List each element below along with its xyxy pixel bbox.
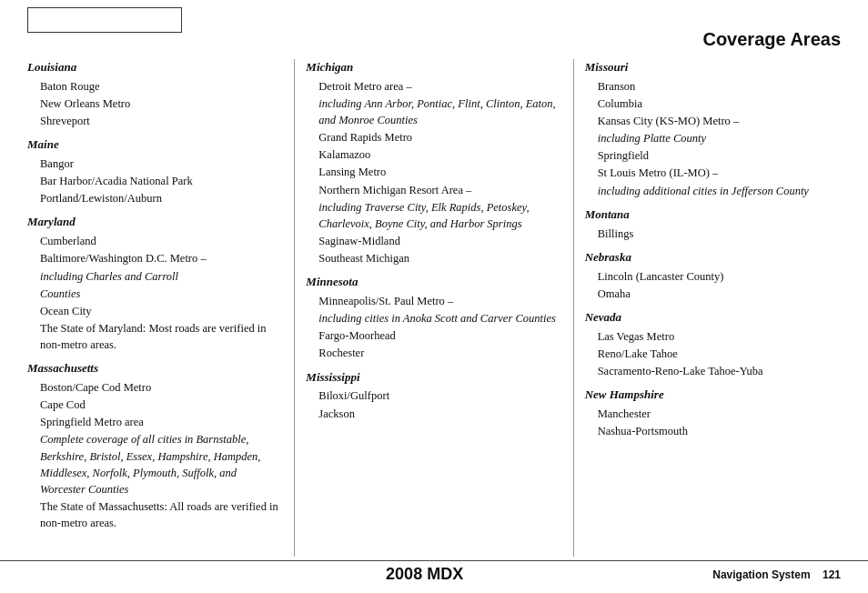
column-1: LouisianaBaton RougeNew Orleans MetroShr… [27, 59, 295, 557]
list-item: The State of Massachusetts: All roads ar… [40, 498, 283, 531]
list-item: Lansing Metro [318, 164, 561, 180]
list-item: Fargo-Moorhead [318, 327, 561, 344]
list-item: The State of Maryland: Most roads are ve… [40, 320, 283, 353]
list-item: St Louis Metro (IL-MO) – [598, 165, 841, 181]
list-item: Southeast Michigan [318, 250, 561, 266]
city-list-missouri: BransonColumbiaKansas City (KS-MO) Metro… [585, 78, 841, 199]
content-area: LouisianaBaton RougeNew Orleans MetroShr… [27, 59, 841, 557]
list-item: including Ann Arbor, Pontiac, Flint, Cli… [318, 95, 561, 128]
list-item: Las Vegas Metro [598, 328, 841, 345]
list-item: Cape Cod [40, 397, 283, 413]
list-item: Branson [598, 78, 841, 95]
list-item: Kansas City (KS-MO) Metro – [598, 113, 841, 129]
city-list-minnesota: Minneapolis/St. Paul Metro –including ci… [306, 293, 561, 362]
state-header-massachusetts: Massachusetts [27, 360, 283, 377]
footer-model: 2008 MDX [136, 565, 712, 584]
list-item: Columbia [598, 95, 841, 112]
city-list-nebraska: Lincoln (Lancaster County)Omaha [585, 268, 841, 302]
list-item: Reno/Lake Tahoe [598, 346, 841, 362]
footer-page-num: 121 [823, 568, 841, 581]
list-item: including Platte County [598, 130, 841, 146]
state-header-nebraska: Nebraska [585, 249, 841, 266]
column-3: MissouriBransonColumbiaKansas City (KS-M… [574, 59, 841, 557]
list-item: Springfield [598, 147, 841, 164]
state-header-mississippi: Mississippi [306, 369, 561, 387]
list-item: Nashua-Portsmouth [598, 423, 841, 439]
list-item: Grand Rapids Metro [318, 129, 561, 146]
state-header-nevada: Nevada [585, 309, 841, 327]
state-header-maine: Maine [27, 136, 283, 154]
list-item: Manchester [598, 406, 841, 422]
list-item: Counties [40, 286, 283, 302]
city-list-maryland: CumberlandBaltimore/Washington D.C. Metr… [27, 233, 283, 353]
list-item: Biloxi/Gulfport [318, 387, 561, 404]
state-header-minnesota: Minnesota [306, 274, 561, 291]
city-list-massachusetts: Boston/Cape Cod MetroCape CodSpringfield… [27, 379, 283, 531]
list-item: Baltimore/Washington D.C. Metro – [40, 250, 283, 266]
list-item: Omaha [598, 286, 841, 302]
list-item: Boston/Cape Cod Metro [40, 379, 283, 396]
list-item: New Orleans Metro [40, 95, 283, 112]
list-item: Ocean City [40, 303, 283, 319]
list-item: Complete coverage of all cities in Barns… [40, 431, 283, 498]
city-list-maine: BangorBar Harbor/Acadia National ParkPor… [27, 156, 283, 206]
footer: 2008 MDX Navigation System 121 [0, 560, 868, 584]
footer-nav-label: Navigation System [712, 568, 810, 581]
list-item: Minneapolis/St. Paul Metro – [318, 293, 561, 309]
state-header-louisiana: Louisiana [27, 59, 283, 76]
footer-page-number: Navigation System 121 [712, 568, 841, 581]
list-item: Northern Michigan Resort Area – [318, 182, 561, 198]
state-header-montana: Montana [585, 206, 841, 224]
list-item: Bangor [40, 156, 283, 172]
list-item: Bar Harbor/Acadia National Park [40, 173, 283, 189]
state-header-michigan: Michigan [306, 59, 561, 76]
list-item: Springfield Metro area [40, 414, 283, 430]
state-header-maryland: Maryland [27, 214, 283, 231]
list-item: Saginaw-Midland [318, 233, 561, 249]
list-item: including Charles and Carroll [40, 268, 283, 285]
list-item: Shreveport [40, 113, 283, 129]
list-item: Portland/Lewiston/Auburn [40, 190, 283, 206]
column-2: MichiganDetroit Metro area – including A… [295, 59, 573, 557]
city-list-new-hampshire: ManchesterNashua-Portsmouth [585, 406, 841, 439]
state-header-new-hampshire: New Hampshire [585, 387, 841, 404]
city-list-nevada: Las Vegas MetroReno/Lake TahoeSacramento… [585, 328, 841, 379]
list-item: Jackson [318, 406, 561, 422]
page-title: Coverage Areas [702, 29, 841, 50]
city-list-michigan: Detroit Metro area – including Ann Arbor… [306, 78, 561, 266]
list-item: including cities in Anoka Scott and Carv… [318, 310, 561, 327]
list-item: Kalamazoo [318, 146, 561, 163]
list-item: including Traverse City, Elk Rapids, Pet… [318, 199, 561, 232]
list-item: Billings [598, 226, 841, 242]
list-item: Sacramento-Reno-Lake Tahoe-Yuba [598, 363, 841, 379]
list-item: Cumberland [40, 233, 283, 249]
list-item: Detroit Metro area – [318, 78, 561, 95]
top-box [27, 7, 182, 33]
list-item: Lincoln (Lancaster County) [598, 268, 841, 285]
list-item: Rochester [318, 345, 561, 361]
list-item: Baton Rouge [40, 78, 283, 95]
city-list-montana: Billings [585, 226, 841, 242]
city-list-mississippi: Biloxi/GulfportJackson [306, 387, 561, 421]
list-item: including additional cities in Jefferson… [598, 183, 841, 199]
state-header-missouri: Missouri [585, 59, 841, 76]
city-list-louisiana: Baton RougeNew Orleans MetroShreveport [27, 78, 283, 129]
